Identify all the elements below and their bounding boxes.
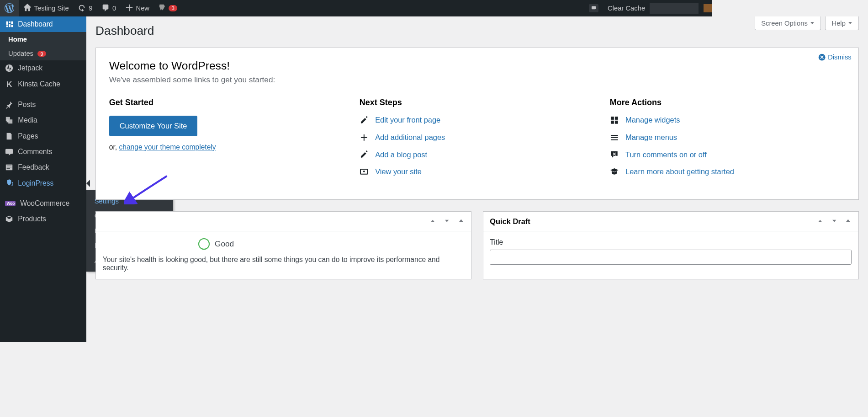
avatar[interactable] bbox=[704, 4, 712, 12]
sidebar-item-posts[interactable]: Posts bbox=[0, 97, 86, 112]
status-circle-icon bbox=[198, 238, 210, 250]
view-site[interactable]: View your site bbox=[360, 167, 595, 176]
sidebar-label: Feedback bbox=[18, 163, 49, 171]
move-down-icon[interactable] bbox=[443, 217, 450, 226]
comments-count: 0 bbox=[112, 5, 116, 12]
updates-badge: 9 bbox=[37, 51, 46, 57]
sidebar-item-media[interactable]: Media bbox=[0, 112, 86, 128]
learn-icon bbox=[610, 167, 619, 176]
sidebar-item-comments[interactable]: Comments bbox=[0, 144, 86, 160]
sidebar-label: Media bbox=[18, 116, 37, 124]
sidebar-label: Kinsta Cache bbox=[18, 80, 60, 88]
sidebar-item-kinsta[interactable]: K Kinsta Cache bbox=[0, 76, 86, 92]
or-change-theme: or, change your theme completely bbox=[109, 143, 344, 151]
updates-link[interactable]: 9 bbox=[74, 0, 97, 16]
svg-rect-7 bbox=[614, 117, 618, 120]
svg-rect-8 bbox=[611, 121, 614, 124]
sidebar-item-dashboard[interactable]: Dashboard bbox=[0, 16, 86, 32]
draft-title-input[interactable] bbox=[490, 250, 712, 265]
add-pages[interactable]: Add additional pages bbox=[360, 133, 595, 142]
clear-cache-link[interactable]: Clear Cache bbox=[603, 0, 650, 16]
sidebar-item-feedback[interactable]: Feedback bbox=[0, 160, 86, 175]
edit-icon bbox=[360, 116, 369, 125]
sidebar-label: Products bbox=[18, 215, 46, 223]
cache-icon-item[interactable] bbox=[584, 0, 603, 16]
comments-icon bbox=[5, 148, 13, 156]
edit-front-page[interactable]: Edit your front page bbox=[360, 116, 595, 125]
health-text: Your site's health is looking good, but … bbox=[103, 256, 464, 272]
feedback-icon bbox=[5, 163, 13, 171]
svg-point-5 bbox=[363, 171, 365, 172]
comment-icon bbox=[101, 4, 110, 13]
get-started-heading: Get Started bbox=[109, 98, 344, 107]
sidebar-label: Posts bbox=[18, 101, 36, 109]
link-label: Add a blog post bbox=[375, 150, 427, 159]
link-label: Manage widgets bbox=[625, 116, 680, 124]
view-icon bbox=[360, 167, 369, 176]
svg-rect-6 bbox=[611, 117, 614, 120]
link-label: Turn comments on or off bbox=[625, 150, 707, 159]
comments-link[interactable]: 0 bbox=[97, 0, 121, 16]
products-icon bbox=[5, 215, 13, 223]
customize-site-button[interactable]: Customize Your Site bbox=[109, 116, 198, 136]
sidebar-label: Dashboard bbox=[18, 20, 53, 28]
toggle-icon[interactable] bbox=[458, 217, 465, 226]
sidebar-item-loginpress[interactable]: LoginPress bbox=[0, 176, 86, 191]
link-label: Edit your front page bbox=[375, 116, 440, 124]
welcome-title: Welcome to WordPress! bbox=[109, 59, 712, 72]
manage-widgets[interactable]: Manage widgets bbox=[610, 116, 712, 125]
chat-icon bbox=[589, 4, 598, 12]
add-blog-post[interactable]: Add a blog post bbox=[360, 150, 595, 159]
link-label: Manage menus bbox=[625, 133, 677, 142]
manage-menus[interactable]: Manage menus bbox=[610, 133, 712, 142]
learn-more[interactable]: Learn more about getting started bbox=[610, 167, 712, 176]
jetpack-icon bbox=[5, 64, 13, 72]
sidebar-sub-home[interactable]: Home bbox=[0, 32, 86, 46]
loginpress-icon bbox=[5, 179, 13, 187]
clear-cache-label: Clear Cache bbox=[608, 5, 645, 12]
more-actions-heading: More Actions bbox=[610, 98, 712, 107]
link-label: Add additional pages bbox=[375, 133, 445, 142]
site-health-metabox: Good Your site's health is looking good,… bbox=[95, 211, 471, 279]
new-label: New bbox=[136, 5, 150, 12]
sidebar-sub-updates[interactable]: Updates 9 bbox=[0, 46, 86, 60]
plus-icon bbox=[360, 133, 369, 142]
sidebar-item-woocommerce[interactable]: Woo WooCommerce bbox=[0, 196, 86, 211]
metabox-title bbox=[103, 217, 105, 226]
move-up-icon[interactable] bbox=[429, 217, 436, 226]
pin-icon bbox=[5, 101, 13, 109]
link-label: View your site bbox=[375, 167, 422, 176]
kinsta-icon: K bbox=[5, 80, 13, 89]
yoast-link[interactable]: 3 bbox=[154, 0, 182, 16]
quick-draft-metabox: Quick Draft Title bbox=[483, 211, 712, 279]
sidebar-label: Jetpack bbox=[18, 64, 42, 72]
turn-comments[interactable]: Turn comments on or off bbox=[610, 150, 712, 159]
plus-icon bbox=[125, 4, 133, 13]
sidebar-label: WooCommerce bbox=[20, 199, 69, 208]
new-content-link[interactable]: New bbox=[121, 0, 154, 16]
pages-icon bbox=[5, 132, 13, 140]
welcome-subtitle: We've assembled some links to get you st… bbox=[109, 75, 712, 85]
account-box[interactable] bbox=[650, 3, 699, 14]
site-name: Testing Site bbox=[34, 5, 69, 12]
change-theme-link[interactable]: change your theme completely bbox=[119, 143, 216, 151]
sidebar-item-products[interactable]: Products bbox=[0, 211, 86, 227]
link-label: Learn more about getting started bbox=[625, 167, 712, 176]
sidebar-label: Comments bbox=[18, 148, 52, 156]
svg-point-1 bbox=[5, 64, 13, 72]
sidebar-item-jetpack[interactable]: Jetpack bbox=[0, 60, 86, 76]
comments-off-icon bbox=[610, 150, 619, 159]
site-name-link[interactable]: Testing Site bbox=[19, 0, 74, 16]
woo-icon: Woo bbox=[5, 201, 16, 206]
updates-count: 9 bbox=[89, 5, 92, 12]
widgets-icon bbox=[610, 116, 619, 125]
page-title: Dashboard bbox=[95, 16, 712, 48]
sidebar-item-pages[interactable]: Pages bbox=[0, 128, 86, 144]
good-label: Good bbox=[215, 239, 234, 249]
next-steps-heading: Next Steps bbox=[360, 98, 595, 107]
sidebar-label: LoginPress bbox=[18, 179, 53, 187]
write-icon bbox=[360, 150, 369, 159]
welcome-panel: Dismiss Welcome to WordPress! We've asse… bbox=[95, 48, 712, 200]
media-icon bbox=[5, 116, 13, 124]
wp-logo[interactable] bbox=[0, 0, 19, 16]
